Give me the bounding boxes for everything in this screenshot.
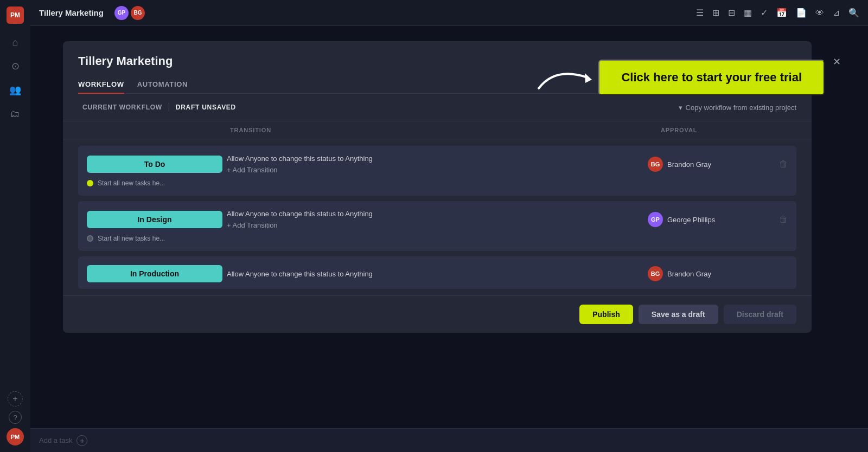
wf-tab-draft[interactable]: DRAFT UNSAVED — [171, 101, 240, 113]
approval-col-todo: BG Brandon Gray — [648, 157, 756, 172]
modal-body: CURRENT WORKFLOW DRAFT UNSAVED ▾ Copy wo… — [63, 94, 812, 295]
columns-icon[interactable]: ⊞ — [712, 8, 719, 18]
transition-col-todo: Allow Anyone to change this status to An… — [227, 154, 643, 174]
transition-text-inproduction: Allow Anyone to change this status to An… — [227, 270, 643, 278]
bottom-bar: Add a task + — [30, 428, 868, 452]
chevron-down-icon: ▾ — [679, 104, 682, 112]
topbar-avatar-bg[interactable]: BG — [131, 6, 145, 20]
approval-col-inproduction: BG Brandon Gray — [648, 266, 756, 281]
chart-icon[interactable]: ✓ — [761, 8, 768, 18]
approver-avatar-todo: BG — [648, 157, 663, 172]
topbar: Tillery Marketing GP BG ☰ ⊞ ⊟ ▦ ✓ 📅 📄 👁 … — [30, 0, 868, 26]
add-transition-todo[interactable]: + Add Transition — [227, 166, 643, 174]
topbar-icons: ☰ ⊞ ⊟ ▦ ✓ 📅 📄 👁 ⊿ 🔍 — [696, 8, 859, 18]
workflow-row-indesign: In Design Allow Anyone to change this st… — [78, 201, 796, 251]
workflow-row-todo: To Do Allow Anyone to change this status… — [78, 146, 796, 196]
start-label-todo: Start all new tasks he... — [98, 179, 165, 187]
wf-row-main-todo: To Do Allow Anyone to change this status… — [87, 154, 788, 174]
wf-tab-divider — [169, 103, 169, 112]
free-trial-button[interactable]: Click here to start your free trial — [598, 60, 825, 95]
approval-col-indesign: GP George Phillips — [648, 212, 756, 227]
tab-workflow[interactable]: WORKFLOW — [78, 76, 124, 94]
table-icon[interactable]: ▦ — [744, 8, 752, 18]
wf-row-main-indesign: In Design Allow Anyone to change this st… — [87, 210, 788, 229]
topbar-avatar-gp[interactable]: GP — [114, 6, 129, 20]
col-transition: TRANSITION — [230, 127, 661, 133]
transition-text-todo: Allow Anyone to change this status to An… — [227, 154, 643, 163]
filter-icon[interactable]: ⊟ — [728, 8, 735, 18]
start-indicator-indesign — [87, 235, 93, 242]
filter2-icon[interactable]: ⊿ — [833, 8, 840, 18]
wf-row-footer-indesign: Start all new tasks he... — [87, 235, 788, 242]
app-logo[interactable]: PM — [7, 7, 24, 24]
workflow-header: CURRENT WORKFLOW DRAFT UNSAVED ▾ Copy wo… — [63, 94, 812, 121]
search-icon[interactable]: 🔍 — [848, 8, 859, 18]
add-task-button[interactable]: + — [76, 435, 87, 446]
transition-text-indesign: Allow Anyone to change this status to An… — [227, 210, 643, 218]
discard-draft-button[interactable]: Discard draft — [724, 305, 796, 324]
approver-avatar-inproduction: BG — [648, 266, 663, 281]
sidebar-users-icon[interactable]: 👥 — [5, 80, 25, 100]
sidebar: PM ⌂ ⊙ 👥 🗂 + ? PM — [0, 0, 30, 452]
add-transition-indesign[interactable]: + Add Transition — [227, 221, 643, 229]
approver-name-indesign: George Phillips — [667, 216, 715, 224]
sidebar-briefcase-icon[interactable]: 🗂 — [5, 104, 25, 124]
sidebar-user-avatar[interactable]: PM — [7, 428, 24, 445]
status-badge-inproduction[interactable]: In Production — [87, 265, 222, 282]
sidebar-help-button[interactable]: ? — [9, 411, 22, 424]
start-label-indesign: Start all new tasks he... — [98, 235, 165, 242]
cta-close-icon[interactable]: ✕ — [833, 56, 841, 68]
col-approval: APPROVAL — [661, 127, 769, 133]
wf-table-header: TRANSITION APPROVAL — [63, 121, 812, 139]
topbar-avatars: GP BG — [114, 6, 145, 20]
tab-automation[interactable]: AUTOMATION — [137, 76, 188, 94]
sidebar-home-icon[interactable]: ⌂ — [5, 33, 25, 52]
sidebar-clock-icon[interactable]: ⊙ — [5, 56, 25, 76]
wf-row-footer-todo: Start all new tasks he... — [87, 179, 788, 187]
file-icon[interactable]: 📄 — [796, 8, 807, 18]
start-indicator-todo — [87, 180, 93, 186]
calendar-icon[interactable]: 📅 — [776, 8, 787, 18]
col-status — [78, 127, 230, 133]
modal-overlay: Tillery Marketing WORKFLOW AUTOMATION CU… — [30, 26, 868, 428]
transition-col-inproduction: Allow Anyone to change this status to An… — [227, 270, 643, 278]
delete-icon-todo[interactable]: 🗑 — [779, 159, 788, 169]
topbar-title: Tillery Marketing — [39, 8, 104, 17]
workflow-row-inproduction: In Production Allow Anyone to change thi… — [78, 256, 796, 289]
wf-row-main-inproduction: In Production Allow Anyone to change thi… — [87, 265, 788, 282]
list-icon[interactable]: ☰ — [696, 8, 704, 18]
copy-workflow-button[interactable]: ▾ Copy workflow from existing project — [679, 104, 796, 112]
sidebar-add-button[interactable]: + — [8, 391, 23, 406]
approver-name-todo: Brandon Gray — [667, 160, 711, 169]
status-badge-todo[interactable]: To Do — [87, 156, 222, 173]
delete-icon-indesign[interactable]: 🗑 — [779, 215, 788, 224]
delete-col-indesign: 🗑 — [761, 215, 788, 224]
publish-button[interactable]: Publish — [579, 305, 633, 324]
add-task-label: Add a task — [39, 436, 72, 444]
eye-icon[interactable]: 👁 — [815, 8, 824, 18]
background-content: Tillery Marketing WORKFLOW AUTOMATION CU… — [30, 26, 868, 428]
delete-col-todo: 🗑 — [761, 159, 788, 169]
copy-workflow-label: Copy workflow from existing project — [686, 104, 796, 112]
transition-col-indesign: Allow Anyone to change this status to An… — [227, 210, 643, 229]
approver-name-inproduction: Brandon Gray — [667, 270, 711, 278]
workflow-rows: To Do Allow Anyone to change this status… — [63, 139, 812, 295]
col-action — [769, 127, 796, 133]
approver-avatar-indesign: GP — [648, 212, 663, 227]
status-badge-indesign[interactable]: In Design — [87, 211, 222, 228]
save-draft-button[interactable]: Save as a draft — [639, 305, 718, 324]
modal-footer: Publish Save as a draft Discard draft — [63, 295, 812, 333]
main-area: Tillery Marketing GP BG ☰ ⊞ ⊟ ▦ ✓ 📅 📄 👁 … — [30, 0, 868, 452]
wf-tab-current[interactable]: CURRENT WORKFLOW — [78, 101, 167, 113]
